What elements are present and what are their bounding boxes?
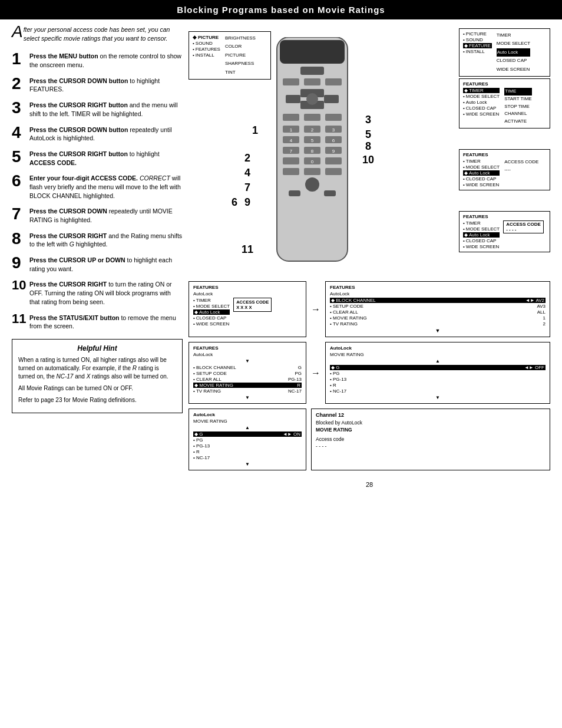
page-number: 28 <box>189 481 550 488</box>
menu-step2: •PICTURE •SOUND ◆FEATURE •INSTALL TIMER … <box>459 28 550 77</box>
step-text-2: Press the CURSOR DOWN button to highligh… <box>29 75 183 94</box>
dp-title-features3: FEATURES <box>193 345 302 351</box>
step-label-5: 5 <box>365 129 371 141</box>
step-label-3: 3 <box>365 114 371 126</box>
svg-rect-8 <box>324 95 339 103</box>
dp-subtitle-movierating: MOVIE RATING <box>330 352 546 357</box>
step-text-8: Press the CURSOR RIGHT and the Rating me… <box>29 230 183 249</box>
svg-text:7: 7 <box>290 149 293 154</box>
page-title: Blocking Programs based on Movie Ratings <box>177 5 385 15</box>
step-label-2: 2 <box>244 152 250 164</box>
svg-text:2: 2 <box>311 127 314 133</box>
svg-rect-12 <box>304 114 320 121</box>
svg-rect-7 <box>286 95 300 103</box>
hint-para-3: Refer to page 23 for Movie Rating defini… <box>18 396 176 404</box>
diagram-row-3: AutoLock MOVIE RATING ▲ ◆ G◄► ON • PG • … <box>189 409 550 470</box>
arrow-step7: → <box>311 342 320 404</box>
blocked-by-autolock: Blocked by AutoLock <box>316 420 546 426</box>
diagram-row-1: FEATURES AutoLock •TIMER •MODE SELECT ◆A… <box>189 281 550 337</box>
dp-subtitle-autolock: AutoLock <box>193 291 302 297</box>
step-label-6: 6 <box>232 196 237 209</box>
svg-point-10 <box>306 93 318 105</box>
step-text-4: Press the CURSOR DOWN button repeatedly … <box>29 124 183 143</box>
helpful-hint-title: Helpful Hint <box>18 344 176 353</box>
step-number-4: 4 <box>12 124 26 141</box>
step-3: 3 Press the CURSOR RIGHT button and the … <box>12 100 183 118</box>
step-text-10: Press the CURSOR RIGHT to turn the ratin… <box>29 279 183 306</box>
helpful-hint-box: Helpful Hint When a rating is turned ON,… <box>12 339 183 413</box>
arrow-step6: → <box>311 281 320 337</box>
svg-text:5: 5 <box>311 138 314 143</box>
svg-rect-5 <box>325 78 342 85</box>
step-label-4: 4 <box>244 167 250 179</box>
diag-panel-7left: FEATURES AutoLock ▼ • BLOCK CHANNELG • S… <box>189 342 306 404</box>
svg-text:4: 4 <box>290 138 293 143</box>
svg-text:8: 8 <box>311 149 314 154</box>
step-9: 9 Press the CURSOR UP or DOWN to highlig… <box>12 255 183 273</box>
step-8: 8 Press the CURSOR RIGHT and the Rating … <box>12 230 183 249</box>
dp-subtitle-movierating2: MOVIE RATING <box>193 419 302 424</box>
step-text-6: Enter your four-digit ACCESS CODE. CORRE… <box>29 173 183 200</box>
step-number-5: 5 <box>12 149 26 165</box>
svg-text:1: 1 <box>290 127 293 133</box>
dp-subtitle-autolock2: AutoLock <box>330 291 546 297</box>
step-number-1: 1 <box>12 51 26 67</box>
svg-rect-37 <box>304 168 320 175</box>
step-number-7: 7 <box>12 206 26 222</box>
step-text-3: Press the CURSOR RIGHT button and the me… <box>29 100 183 118</box>
menu-step5: FEATURES •TIMER •MODE SELECT ◆Auto Lock … <box>459 211 550 252</box>
svg-rect-11 <box>283 114 299 121</box>
dp-title-features: FEATURES <box>193 285 302 290</box>
hint-para-2: All Movie Ratings can be turned ON or OF… <box>18 384 176 393</box>
step-10: 10 Press the CURSOR RIGHT to turn the ra… <box>12 279 183 306</box>
dp-title-autolock5: AutoLock <box>193 412 302 417</box>
svg-rect-35 <box>325 157 342 164</box>
step-text-7: Press the CURSOR DOWN repeatedly until M… <box>29 206 183 224</box>
svg-rect-38 <box>325 168 342 175</box>
svg-rect-3 <box>283 78 299 85</box>
step-label-1: 1 <box>252 124 258 137</box>
diag-panel-7right: AutoLock MOVIE RATING ▲ ◆ G◄► OFF • PG •… <box>325 342 550 404</box>
svg-rect-2 <box>300 67 324 75</box>
menu-step45: FEATURES •TIMER •MODE SELECT ◆Auto Lock … <box>459 149 550 190</box>
step-number-8: 8 <box>12 230 26 247</box>
page-header: Blocking Programs based on Movie Ratings <box>0 0 562 19</box>
step-number-9: 9 <box>12 255 26 271</box>
drop-cap: A <box>12 25 23 38</box>
diag-panel-10left: AutoLock MOVIE RATING ▲ ◆ G◄► ON • PG • … <box>189 409 306 470</box>
step-text-5: Press the CURSOR RIGHT button to highlig… <box>29 149 183 167</box>
access-code-label: Access code <box>316 436 546 442</box>
menu-step3: FEATURES ◆TIMER •MODE SELECT •Auto Lock … <box>459 78 550 129</box>
svg-rect-1 <box>280 40 345 64</box>
remote-area: ◆PICTURE •SOUND •FEATURES •INSTALL BRIGH… <box>189 25 550 279</box>
step-number-11: 11 <box>12 312 26 325</box>
step-number-3: 3 <box>12 100 26 116</box>
access-code-dashes: - - - - <box>316 443 546 449</box>
diag-panel-blocked: Channel 12 Blocked by AutoLock MOVIE RAT… <box>311 409 550 470</box>
step-label-8: 8 <box>365 140 371 153</box>
step-4: 4 Press the CURSOR DOWN button repeatedl… <box>12 124 183 143</box>
step-2: 2 Press the CURSOR DOWN button to highli… <box>12 75 183 94</box>
step-text-11: Press the STATUS/EXIT button to remove t… <box>29 312 183 331</box>
step-1: 1 Press the MENU button on the remote co… <box>12 51 183 69</box>
svg-rect-32 <box>283 157 299 164</box>
step-6: 6 Enter your four-digit ACCESS CODE. COR… <box>12 173 183 200</box>
channel-number: Channel 12 <box>316 412 546 418</box>
diag-panel-6left: FEATURES AutoLock •TIMER •MODE SELECT ◆A… <box>189 281 306 337</box>
svg-rect-4 <box>304 78 320 85</box>
movie-rating-label: MOVIE RATING <box>316 427 546 433</box>
step-text-1: Press the MENU button on the remote cont… <box>29 51 183 69</box>
svg-text:0: 0 <box>311 159 314 164</box>
hint-para-1: When a rating is turned ON, all higher r… <box>18 356 176 381</box>
svg-rect-40 <box>289 190 300 196</box>
diagram-row-2: FEATURES AutoLock ▼ • BLOCK CHANNELG • S… <box>189 342 550 404</box>
svg-text:9: 9 <box>332 149 335 154</box>
svg-rect-41 <box>324 190 336 196</box>
svg-rect-13 <box>325 114 342 121</box>
step-11: 11 Press the STATUS/EXIT button to remov… <box>12 312 183 331</box>
step-7: 7 Press the CURSOR DOWN repeatedly until… <box>12 206 183 224</box>
step-label-11: 11 <box>242 243 253 256</box>
dp-subtitle-autolock3: AutoLock <box>193 352 302 357</box>
step-number-10: 10 <box>12 279 26 292</box>
step-number-6: 6 <box>12 173 26 189</box>
